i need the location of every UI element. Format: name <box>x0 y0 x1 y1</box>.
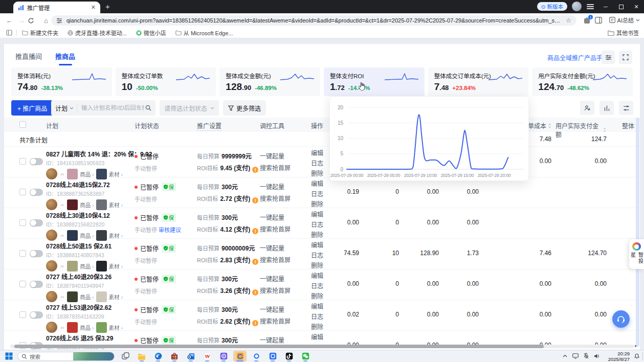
search-type-select[interactable]: 计划 <box>55 104 77 112</box>
store-icon[interactable] <box>168 351 181 361</box>
warning-icon[interactable]: ! <box>252 228 258 234</box>
bookmark-item-0[interactable]: 新建文件夹 <box>22 29 58 37</box>
forward-icon[interactable]: → <box>15 17 28 25</box>
row-checkbox[interactable] <box>19 158 26 165</box>
search-icon[interactable] <box>145 105 151 111</box>
action-link[interactable]: 删除 <box>311 199 323 208</box>
tab-product-promotion[interactable]: 推商品 <box>55 51 75 65</box>
warning-icon[interactable]: ! <box>252 320 258 326</box>
action-link[interactable]: 编辑 <box>311 271 323 280</box>
assistant-widget[interactable]: 智投星 <box>629 239 644 269</box>
show-desktop-divider[interactable] <box>642 352 643 360</box>
window-maximize-button[interactable] <box>613 0 629 13</box>
side-panel-icon[interactable] <box>595 17 602 24</box>
tab-close-icon[interactable]: ✕ <box>91 4 96 11</box>
site-settings-icon[interactable] <box>56 17 62 24</box>
tool-link[interactable]: 一键起量 <box>260 274 291 283</box>
new-tab-button[interactable]: + <box>105 2 110 11</box>
tool-link[interactable]: 一键起量 <box>260 151 291 160</box>
action-link[interactable]: 日志 <box>311 159 323 167</box>
mic-muted-icon[interactable] <box>584 353 589 359</box>
action-link[interactable]: 删除 <box>311 230 323 239</box>
bookmark-item-3[interactable]: 从 Microsoft Edge... <box>175 29 233 37</box>
task-view-icon[interactable] <box>119 351 132 361</box>
url-field[interactable]: qianchuan.jinritemai.com/uni-prom?aavid=… <box>51 15 576 26</box>
plan-title[interactable]: 0728线上30退10保4.12 <box>46 211 133 219</box>
row-checkbox[interactable] <box>19 311 26 318</box>
action-link[interactable]: 编辑 <box>311 179 323 188</box>
other-bookmarks-folder[interactable]: 其他书签 <box>608 29 639 37</box>
fullscreen-icon[interactable] <box>619 51 632 64</box>
column-header-plan[interactable]: 计划 <box>46 121 58 130</box>
bookmark-star-icon[interactable]: ☆ <box>566 17 571 24</box>
row-checkbox[interactable] <box>19 219 26 226</box>
vertical-scrollbar[interactable] <box>636 118 639 347</box>
metric-column-header[interactable]: 整体 <box>613 121 634 130</box>
tool-link[interactable]: 搜索抢首屏 <box>260 163 291 172</box>
plan-status-select[interactable]: 请筛选计划状态 <box>160 100 219 116</box>
plan-enable-toggle[interactable] <box>30 158 43 165</box>
create-promotion-button[interactable]: + 推广商品 <box>11 100 53 116</box>
plan-title[interactable]: 0727 线上40退20保3.26 <box>46 272 133 281</box>
douyin-icon[interactable] <box>282 351 296 361</box>
stat-card-4[interactable]: 整体成交订单成本(元) 7.48+23.84% <box>428 67 529 96</box>
plan-enable-toggle[interactable] <box>30 189 43 196</box>
plan-enable-toggle[interactable] <box>30 250 43 257</box>
tool-link[interactable]: 一键起量 <box>260 305 291 313</box>
column-header-settings[interactable]: 推广设置 <box>197 121 221 131</box>
tool-link[interactable]: 一键起量 <box>260 182 291 191</box>
browser-menu-icon[interactable] <box>587 3 594 9</box>
tab-live-room-promotion[interactable]: 推直播间 <box>15 51 42 65</box>
more-filters-button[interactable]: 更多筛选 <box>223 100 266 116</box>
action-link[interactable]: 编辑 <box>311 240 323 249</box>
app-purple-icon[interactable] <box>217 351 230 361</box>
warning-icon[interactable]: ! <box>252 197 258 203</box>
tool-link[interactable]: 一键起量 <box>260 335 284 344</box>
row-checkbox[interactable] <box>19 250 26 257</box>
plan-title[interactable]: 0727 线上53退20保2.62 <box>46 303 133 311</box>
columns-icon[interactable] <box>599 101 614 115</box>
stat-card-1[interactable]: 整体成交订单数 10-50.00% <box>116 67 216 96</box>
tray-chevron-icon[interactable] <box>563 354 567 357</box>
warning-icon[interactable]: ! <box>252 259 258 265</box>
tool-link[interactable]: 搜索抢首屏 <box>260 224 291 233</box>
plan-enable-toggle[interactable] <box>30 281 43 288</box>
home-icon[interactable]: ⌂ <box>40 17 52 25</box>
stat-card-0[interactable]: 整体消耗(元) 74.80-38.13% <box>11 67 112 96</box>
select-all-checkbox[interactable] <box>19 121 26 128</box>
window-close-button[interactable]: ✕ <box>629 0 644 13</box>
tool-link[interactable]: 搜索抢首屏 <box>260 286 291 295</box>
browser-profile-avatar[interactable] <box>572 2 582 11</box>
customer-service-button[interactable] <box>612 310 630 328</box>
column-header-tools[interactable]: 调控工具 <box>260 121 284 130</box>
outlook-icon[interactable] <box>184 351 197 361</box>
notification-icon[interactable] <box>634 353 640 359</box>
wps-icon[interactable]: W <box>201 351 214 361</box>
app-blue-icon[interactable] <box>266 351 279 361</box>
tool-link[interactable]: 搜索抢首屏 <box>260 316 291 325</box>
plan-title[interactable]: 0726线上45 退25 保3.29 <box>46 333 133 342</box>
plan-title[interactable]: 0827 儿童雨衣 14% 退：20% 保：9.92 <box>46 149 133 158</box>
export-icon[interactable] <box>580 101 594 115</box>
back-icon[interactable]: ← <box>3 17 15 25</box>
action-link[interactable]: 删除 <box>311 322 323 331</box>
display-settings-icon[interactable] <box>602 51 615 64</box>
plan-enable-toggle[interactable] <box>30 219 43 227</box>
column-header-status[interactable]: 计划状态 <box>135 121 159 130</box>
monitor-icon[interactable] <box>572 353 579 359</box>
horizontal-scrollbar[interactable] <box>10 345 634 348</box>
action-link[interactable]: 删除 <box>311 261 323 269</box>
action-link[interactable]: 删除 <box>311 291 323 300</box>
warning-icon[interactable]: ! <box>252 167 258 173</box>
volume-icon[interactable] <box>594 353 600 359</box>
reload-icon[interactable] <box>28 17 40 24</box>
row-checkbox[interactable] <box>19 281 26 287</box>
tool-link[interactable]: 一键起量 <box>260 243 291 252</box>
product-manual-link[interactable]: 商品全域推广产品手册 <box>547 53 609 62</box>
sort-icon[interactable] <box>548 123 551 128</box>
warning-icon[interactable]: ! <box>252 289 258 296</box>
column-settings-icon[interactable] <box>619 101 633 115</box>
tool-link[interactable]: 一键起量 <box>260 213 291 221</box>
action-link[interactable]: 编辑 <box>311 332 323 341</box>
start-button[interactable] <box>5 352 13 360</box>
